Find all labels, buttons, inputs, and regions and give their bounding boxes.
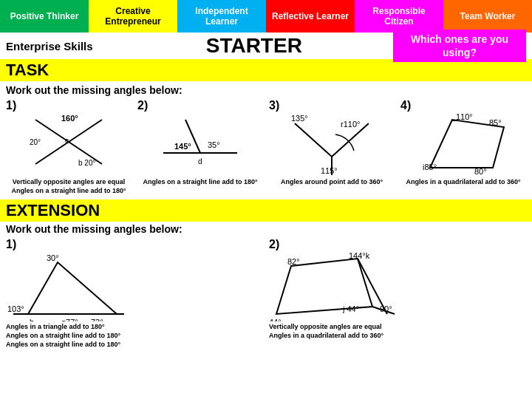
task-header: TASK [0, 59, 532, 81]
tab-creative[interactable]: Creative Entrepreneur [89, 0, 177, 33]
ext-angle-diagram-2: 82° 144°k j 44° 90° 44° [269, 251, 446, 321]
tab-team[interactable]: Team Worker [443, 0, 532, 33]
svg-text:115°: 115° [321, 166, 338, 175]
desc-item-1: Vertically opposite angles are equalAngl… [6, 178, 132, 195]
svg-text:85°: 85° [489, 118, 502, 127]
svg-text:135°: 135° [291, 114, 308, 123]
desc-item-2: Angles on a straight line add to 180° [137, 178, 263, 195]
svg-text:d: d [198, 157, 202, 166]
svg-marker-22 [28, 262, 117, 314]
which-ones-label: Which ones are you using? [393, 30, 526, 62]
svg-text:82°: 82° [287, 257, 300, 266]
ext-angle-item-2: 2) 82° 144°k j 44° 90° 44° Vertically op… [269, 238, 526, 340]
svg-text:35°: 35° [208, 140, 220, 149]
starter-label: STARTER [115, 34, 393, 58]
tab-responsible[interactable]: Responsible Citizen [355, 0, 443, 33]
svg-text:c: c [65, 137, 69, 145]
desc-item-4: Angles in a quadrilateral add to 360° [400, 178, 526, 195]
angle-diagram-1: 160° c 20° b 20° [28, 112, 109, 171]
tab-reflective[interactable]: Reflective Learner [266, 0, 355, 33]
task-work-out: Work out the missing angles below: [0, 81, 532, 98]
enterprise-row: Enterprise Skills STARTER Which ones are… [0, 33, 532, 59]
enterprise-label: Enterprise Skills [6, 40, 93, 52]
svg-text:144°k: 144°k [349, 251, 370, 260]
ext-desc-2: Vertically opposite angles are equalAngl… [269, 323, 526, 340]
svg-text:80°: 80° [474, 167, 487, 175]
ext-angle-item-1: 1) 30° 103° h g77° 73° Angles in a trian… [6, 238, 263, 349]
svg-text:30°: 30° [47, 253, 59, 262]
svg-text:90°: 90° [380, 304, 392, 313]
svg-text:73°: 73° [91, 318, 103, 321]
extension-header: EXTENSION [0, 200, 532, 222]
svg-text:44°: 44° [269, 318, 282, 321]
desc-item-3: Angles around point add to 360° [269, 178, 395, 195]
angle-item-4: 4) 110° 85° i85° 80° [400, 99, 526, 175]
descriptions-row: Vertically opposite angles are equalAngl… [0, 177, 532, 197]
angle-item-2: 2) 145° d 35° [137, 99, 263, 171]
svg-text:h: h [30, 318, 34, 321]
ext-hint-1: Angles in a triangle add to 180°Angles o… [6, 323, 263, 349]
tab-positive[interactable]: Positive Thinker [0, 0, 89, 33]
extension-angles-row: 1) 30° 103° h g77° 73° Angles in a trian… [0, 238, 532, 349]
svg-text:i85°: i85° [423, 163, 437, 171]
svg-text:103°: 103° [7, 304, 24, 313]
angle-item-1: 1) 160° c 20° b 20° [6, 99, 132, 171]
tab-independent[interactable]: Independent Learner [177, 0, 266, 33]
svg-text:160°: 160° [61, 114, 78, 123]
svg-text:20°: 20° [30, 138, 41, 146]
svg-text:110°: 110° [456, 112, 473, 121]
extension-work-out: Work out the missing angles below: [0, 222, 532, 236]
angle-diagram-4: 110° 85° i85° 80° [415, 112, 511, 175]
ext-angle-diagram-1: 30° 103° h g77° 73° [6, 251, 154, 321]
svg-line-11 [295, 123, 332, 157]
angle-diagram-2: 145° d 35° [160, 112, 241, 171]
svg-text:b 20°: b 20° [78, 159, 95, 167]
angles-row: 1) 160° c 20° b 20° 2) 145° d 35° 3) [0, 99, 532, 175]
svg-text:j 44°: j 44° [342, 304, 359, 313]
svg-text:r110°: r110° [341, 120, 360, 129]
svg-text:145°: 145° [174, 142, 191, 151]
angle-item-3: 3) 135° r110° 115° [269, 99, 395, 175]
svg-text:g77°: g77° [61, 318, 78, 321]
angle-diagram-3: 135° r110° 115° [287, 112, 376, 175]
header-tabs: Positive Thinker Creative Entrepreneur I… [0, 0, 532, 33]
